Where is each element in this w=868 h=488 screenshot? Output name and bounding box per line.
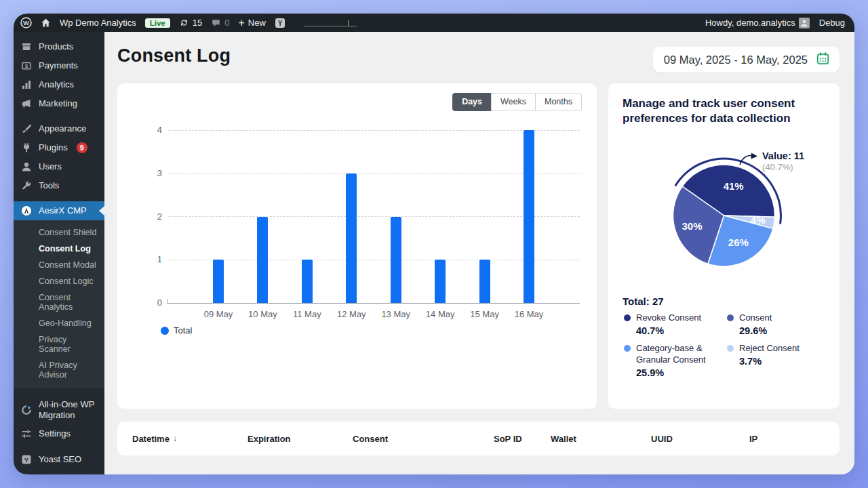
gridline	[168, 173, 580, 174]
legend-dot	[727, 345, 734, 352]
sidebar-item-payments[interactable]: $Payments	[14, 56, 104, 75]
tab-days[interactable]: Days	[452, 93, 492, 111]
new-content-button[interactable]: + New	[238, 18, 265, 28]
calendar-icon	[816, 52, 830, 68]
sidebar-item-yoast-seo[interactable]: YYoast SEO	[14, 450, 104, 469]
y-axis-tick	[167, 299, 167, 303]
legend-item-consent[interactable]: Consent29.6%	[727, 312, 830, 336]
sidebar-item-appearance[interactable]: Appearance	[14, 119, 104, 138]
column-label: IP	[749, 434, 757, 444]
column-header-datetime[interactable]: Datetime↓	[132, 434, 248, 444]
pie-annotation-value: Value: 11	[762, 150, 804, 161]
sidebar-item-all-in-one-wp-migration[interactable]: All-in-One WP Migration	[14, 395, 104, 424]
sidebar-group: AppearancePlugins9UsersTools	[14, 119, 104, 195]
aesirx-cmp-submenu: Consent ShieldConsent LogConsent ModalCo…	[14, 220, 104, 388]
legend-percent: 29.6%	[739, 325, 772, 336]
column-header-expiration[interactable]: Expiration	[248, 434, 353, 444]
column-header-wallet[interactable]: Wallet	[551, 434, 651, 444]
bar-15-may[interactable]	[479, 260, 490, 303]
submenu-item-ai-privacy-advisor[interactable]: AI Privacy Advisor	[14, 357, 104, 383]
comments-link[interactable]: 0	[211, 18, 229, 28]
legend-item-category-base-and-granular-consent[interactable]: Category-base & Granular Consent25.9%	[624, 343, 726, 378]
x-axis-label: 09 May	[197, 309, 240, 319]
svg-text:Y: Y	[277, 20, 282, 27]
column-header-uuid[interactable]: UUID	[651, 434, 749, 444]
column-header-ip[interactable]: IP	[749, 434, 840, 444]
migration-icon	[20, 405, 33, 415]
sidebar-item-analytics[interactable]: Analytics	[14, 75, 104, 94]
column-header-consent[interactable]: Consent	[353, 434, 494, 444]
howdy-account-link[interactable]: Howdy, demo.analytics	[705, 18, 810, 28]
column-label: Expiration	[248, 434, 291, 444]
svg-text:$: $	[25, 63, 28, 69]
sidebar-item-label: All-in-One WP Migration	[39, 399, 102, 420]
legend-item-reject-consent[interactable]: Reject Consent3.7%	[727, 343, 830, 378]
submenu-item-geo-handling[interactable]: Geo-Handling	[14, 315, 104, 331]
svg-text:Y: Y	[24, 456, 29, 464]
legend-text: Category-base & Granular Consent25.9%	[636, 343, 726, 378]
pie-chart: 41%4%26%30%Value: 11(40.7%)	[608, 143, 840, 291]
y-axis-label: 4	[143, 125, 162, 135]
legend-item-revoke-consent[interactable]: Revoke Consent40.7%	[624, 312, 726, 336]
marketing-icon	[20, 98, 33, 109]
x-axis-label: 15 May	[463, 309, 507, 319]
aesirx-icon	[20, 205, 33, 216]
legend-text: Revoke Consent40.7%	[636, 312, 701, 336]
live-badge: Live	[145, 18, 170, 28]
sidebar-item-akeeba-backup[interactable]: Akeeba Backup	[14, 469, 104, 474]
pie-card-heading: Manage and track user consent preference…	[608, 83, 840, 126]
updates-icon	[179, 18, 189, 28]
sidebar-item-label: Analytics	[39, 79, 74, 90]
pie-slice-percent-label: 30%	[682, 220, 702, 232]
sidebar-item-settings[interactable]: Settings	[14, 424, 104, 443]
sidebar-item-label: Appearance	[39, 123, 86, 134]
sidebar-item-plugins[interactable]: Plugins9	[14, 138, 104, 157]
sidebar-item-users[interactable]: Users	[14, 157, 104, 176]
debug-link[interactable]: Debug	[819, 18, 845, 28]
bar-13-may[interactable]	[391, 217, 401, 304]
tools-icon	[20, 180, 33, 191]
legend-dot	[161, 327, 169, 335]
submenu-item-consent-modal[interactable]: Consent Modal	[14, 257, 104, 273]
sidebar-item-products[interactable]: Products	[14, 37, 104, 56]
sidebar-item-label: Users	[39, 161, 62, 172]
site-name-link[interactable]: Wp Demo Analytics	[60, 18, 136, 28]
legend-label: Revoke Consent	[636, 312, 701, 324]
x-axis-line	[167, 303, 580, 304]
wordpress-logo-icon[interactable]: W	[20, 17, 32, 28]
tab-months[interactable]: Months	[535, 93, 582, 111]
sidebar-item-label: Tools	[39, 180, 59, 191]
bar-chart-legend-total[interactable]: Total	[161, 325, 192, 336]
bar-14-may[interactable]	[435, 260, 446, 303]
svg-text:W: W	[23, 19, 29, 26]
submenu-item-consent-logic[interactable]: Consent Logic	[14, 273, 104, 289]
x-axis-label: 10 May	[241, 309, 284, 319]
submenu-item-consent-shield[interactable]: Consent Shield	[14, 224, 104, 241]
analytics-icon	[20, 79, 33, 90]
bar-09-may[interactable]	[213, 260, 224, 303]
y-axis-label: 3	[143, 168, 162, 178]
submenu-item-consent-log[interactable]: Consent Log	[14, 241, 104, 257]
bar-12-may[interactable]	[346, 174, 357, 303]
yoast-toolbar-icon[interactable]: Y	[275, 18, 285, 28]
updates-link[interactable]: 15	[179, 18, 202, 28]
legend-text: Consent29.6%	[739, 312, 772, 336]
date-range-picker[interactable]: 09 May, 2025 - 16 May, 2025	[653, 47, 840, 73]
yoast-icon: Y	[20, 454, 33, 465]
submenu-item-privacy-scanner[interactable]: Privacy Scanner	[14, 331, 104, 357]
x-axis-label: 12 May	[330, 309, 373, 319]
sidebar-item-aesirx-cmp[interactable]: AesirX CMP	[14, 201, 104, 220]
sidebar-item-marketing[interactable]: Marketing	[14, 94, 104, 113]
howdy-text: Howdy, demo.analytics	[705, 18, 795, 28]
sidebar-item-tools[interactable]: Tools	[14, 176, 104, 195]
home-icon[interactable]	[41, 18, 51, 28]
tab-weeks[interactable]: Weeks	[491, 93, 536, 111]
sidebar-item-label: Settings	[39, 428, 71, 439]
bar-10-may[interactable]	[257, 217, 268, 304]
wp-admin-bar: W Wp Demo Analytics Live 15 0 + New Y	[14, 14, 854, 32]
annotation-arrowhead	[751, 153, 758, 159]
bar-16-may[interactable]	[524, 130, 534, 303]
column-header-sop-id[interactable]: SoP ID	[494, 434, 551, 444]
bar-11-may[interactable]	[302, 260, 313, 303]
submenu-item-consent-analytics[interactable]: Consent Analytics	[14, 289, 104, 315]
